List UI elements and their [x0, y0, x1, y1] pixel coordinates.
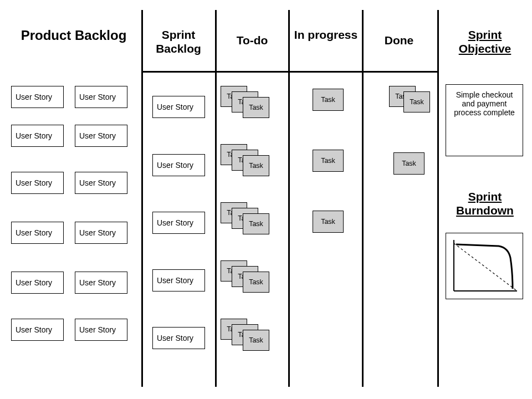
story-card: User Story: [75, 272, 127, 294]
col-header-sprint-backlog: Sprint Backlog: [145, 28, 212, 55]
task-card: Task: [243, 155, 269, 176]
heading-sprint-burndown-label: Sprint Burndown: [456, 190, 514, 217]
story-card: User Story: [11, 86, 64, 108]
sprint-burndown-chart: [446, 233, 523, 299]
story-card: User Story: [152, 212, 205, 234]
task-card: Task: [243, 213, 269, 234]
heading-sprint-objective: Sprint Objective: [443, 28, 526, 55]
actual-line: [456, 244, 513, 289]
story-card: User Story: [11, 172, 64, 194]
task-card: Task: [313, 89, 344, 111]
task-card: Task: [243, 272, 269, 293]
task-card: Task: [313, 211, 344, 233]
col-header-in-progress: In progress: [293, 28, 359, 42]
task-cluster: Task Task Task: [221, 86, 287, 122]
story-card: User Story: [152, 269, 205, 291]
task-cluster: Task Task Task: [221, 319, 287, 355]
story-card: User Story: [152, 327, 205, 349]
scrum-board: Product Backlog Sprint Backlog To-do In …: [0, 0, 532, 399]
task-cluster: Task Task Task: [221, 144, 287, 180]
divider: [215, 10, 217, 387]
divider: [288, 10, 290, 387]
heading-sprint-burndown: Sprint Burndown: [443, 190, 526, 217]
story-card: User Story: [75, 125, 127, 147]
burndown-svg: [446, 233, 524, 300]
story-card: User Story: [75, 172, 127, 194]
task-card: Task: [243, 97, 269, 118]
story-card: User Story: [152, 154, 205, 176]
task-card: Task: [403, 91, 430, 112]
story-card: User Story: [11, 319, 64, 341]
story-card: User Story: [75, 86, 127, 108]
col-header-sprint-backlog-label: Sprint Backlog: [156, 28, 201, 55]
divider: [362, 10, 364, 387]
col-header-product-backlog: Product Backlog: [10, 28, 137, 44]
col-header-todo: To-do: [219, 33, 285, 47]
sprint-objective-box: Simple checkout and payment process comp…: [446, 84, 523, 156]
story-card: User Story: [75, 222, 127, 244]
heading-sprint-objective-label: Sprint Objective: [459, 28, 511, 55]
col-header-in-progress-label: In progress: [294, 28, 357, 41]
col-header-done: Done: [366, 33, 432, 47]
divider: [141, 10, 143, 387]
task-cluster: Task Task Task: [221, 260, 287, 296]
story-card: User Story: [11, 125, 64, 147]
story-card: User Story: [11, 222, 64, 244]
task-cluster: Task Task Task: [221, 202, 287, 238]
header-underline: [141, 71, 437, 73]
story-card: User Story: [152, 96, 205, 118]
story-card: User Story: [75, 319, 127, 341]
divider: [437, 10, 439, 387]
task-card: Task: [243, 330, 269, 351]
task-card: Task: [313, 150, 344, 172]
sprint-objective-text: Simple checkout and payment process comp…: [454, 90, 515, 117]
story-card: User Story: [11, 272, 64, 294]
task-card: Task: [393, 152, 424, 175]
